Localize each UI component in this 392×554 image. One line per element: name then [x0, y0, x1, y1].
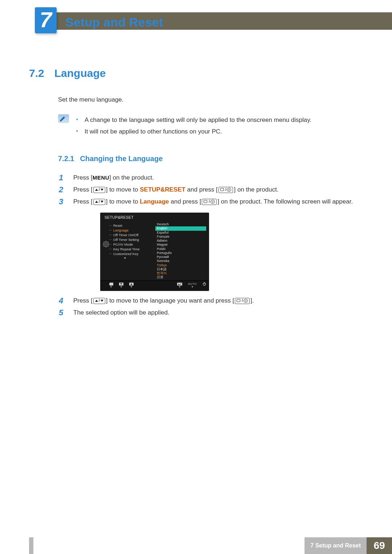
- up-down-icon: /: [93, 298, 105, 304]
- text: Press [: [73, 186, 93, 193]
- steps-list: 1 Press [MENU] on the product. 2 Press […: [59, 172, 363, 319]
- note-block: A change to the language setting will on…: [58, 114, 363, 138]
- section-title: Language: [54, 67, 106, 79]
- svg-line-11: [108, 246, 109, 247]
- osd-language-list: Deutsch English Español Français Italian…: [155, 222, 206, 280]
- osd-language-item: Türkçe: [155, 263, 206, 267]
- osd-language-item: Magyar: [155, 243, 206, 247]
- power-icon: [203, 282, 206, 289]
- keyword-language: Language: [140, 198, 169, 205]
- osd-language-column: Deutsch English Español Français Italian…: [151, 222, 209, 280]
- footer-accent: [29, 537, 33, 554]
- text: ] to move to the language you want and p…: [106, 297, 234, 304]
- subsection-number: 7.2.1: [58, 155, 74, 163]
- osd-menu-item: PC/AV Mode:: [113, 242, 150, 247]
- osd-language-item: 한국어: [155, 271, 206, 275]
- osd-language-item: Deutsch: [155, 222, 206, 226]
- up-down-icon: /: [93, 199, 105, 205]
- step-number: 1: [59, 172, 65, 184]
- osd-menu-item: Off Timer Setting: [113, 237, 150, 242]
- page-content: 7.2 Language Set the menu language. A ch…: [29, 67, 363, 319]
- down-nav-icon: ▾: [119, 283, 123, 288]
- osd-menu-item: Off Timer On/Off:: [113, 233, 150, 237]
- up-down-icon: /: [93, 187, 105, 193]
- step-number: 5: [59, 307, 65, 319]
- note-icon: [58, 114, 69, 123]
- osd-language-item: Русский: [155, 255, 206, 259]
- svg-line-12: [103, 246, 104, 247]
- svg-line-10: [103, 242, 104, 242]
- step-3: 3 Press [/] to move to Language and pres…: [59, 196, 363, 208]
- source-enter-icon: /: [235, 298, 250, 304]
- chapter-title: Setup and Reset: [65, 15, 163, 29]
- text: and press [: [169, 198, 201, 205]
- svg-rect-0: [220, 188, 224, 191]
- step-text: Press [/] to move to SETUP&RESET and pre…: [73, 184, 363, 196]
- step-5: 5 The selected option will be applied.: [59, 307, 363, 319]
- source-enter-icon: /: [202, 199, 217, 205]
- section-intro: Set the menu language.: [58, 96, 363, 103]
- step-text: Press [/] to move to the language you wa…: [73, 295, 363, 307]
- keyword-setup-reset: SETUP&RESET: [140, 186, 185, 193]
- step-text: The selected option will be applied.: [73, 307, 363, 319]
- osd-bottom-bar: ▾ ▾ ▾ ▾ AUTO▾: [100, 280, 209, 290]
- svg-line-13: [108, 242, 109, 242]
- section-heading: 7.2 Language: [29, 67, 363, 79]
- back-icon: ▾: [109, 283, 113, 288]
- step-number: 3: [59, 196, 65, 208]
- step-text: Press [/] to move to Language and press …: [73, 196, 363, 208]
- osd-language-item: Polski: [155, 247, 206, 251]
- footer-section-label: 7 Setup and Reset: [305, 537, 367, 554]
- osd-language-item: 汉语: [155, 275, 206, 279]
- step-number: 2: [59, 184, 65, 196]
- svg-rect-1: [227, 188, 231, 192]
- menu-button-label: MENU: [93, 172, 109, 183]
- gear-icon: [102, 241, 110, 248]
- step-2: 2 Press [/] to move to SETUP&RESET and p…: [59, 184, 363, 196]
- text: Press [: [73, 174, 93, 181]
- chapter-badge: 7: [35, 7, 57, 33]
- osd-title: SETUP&RESET: [100, 213, 209, 222]
- osd-language-item: 日本語: [155, 267, 206, 271]
- svg-point-5: [105, 243, 107, 245]
- osd-menu-list: Reset Language: Off Timer On/Off: Off Ti…: [113, 223, 150, 256]
- osd-menu-item: Customized Key:: [113, 251, 150, 256]
- step-1: 1 Press [MENU] on the product.: [59, 172, 363, 184]
- subsection-title: Changing the Language: [80, 155, 163, 163]
- step-4: 4 Press [/] to move to the language you …: [59, 295, 363, 307]
- text: and press [: [185, 186, 218, 193]
- chevron-down-icon: ▾: [124, 256, 150, 260]
- note-item: It will not be applied to other function…: [76, 126, 311, 138]
- osd-screenshot: SETUP&RESET Reset Language: Off Timer On…: [100, 213, 363, 291]
- step-text: Press [MENU] on the product.: [73, 172, 363, 184]
- subsection-heading: 7.2.1 Changing the Language: [58, 155, 363, 163]
- osd-panel: SETUP&RESET Reset Language: Off Timer On…: [100, 213, 209, 291]
- source-enter-icon: /: [219, 187, 233, 193]
- osd-menu-column: Reset Language: Off Timer On/Off: Off Ti…: [100, 222, 151, 280]
- osd-menu-item-selected: Language:: [113, 228, 150, 233]
- text: ].: [250, 297, 254, 304]
- osd-language-item: Português: [155, 251, 206, 255]
- step-number: 4: [59, 295, 65, 307]
- text: ] on the product.: [234, 186, 278, 193]
- note-list: A change to the language setting will on…: [76, 114, 311, 138]
- osd-language-item: Svenska: [155, 259, 206, 263]
- text: ] on the product.: [109, 174, 154, 181]
- osd-language-item-highlighted: English: [155, 226, 206, 230]
- footer-page-number: 69: [367, 537, 392, 554]
- note-item: A change to the language setting will on…: [76, 114, 311, 126]
- osd-language-item: Italiano: [155, 239, 206, 243]
- svg-rect-2: [204, 200, 207, 203]
- auto-label: AUTO▾: [188, 283, 197, 288]
- up-nav-icon: ▾: [129, 283, 134, 288]
- text: Press [: [73, 297, 93, 304]
- osd-language-item: Français: [155, 235, 206, 239]
- osd-language-item: Español: [155, 231, 206, 235]
- svg-rect-25: [244, 299, 248, 303]
- svg-rect-24: [237, 299, 240, 302]
- text: ] to move to: [106, 198, 140, 205]
- osd-menu-item: Key Repeat Time:: [113, 247, 150, 251]
- text: ] to move to: [106, 186, 140, 193]
- enter-icon: ▾: [177, 283, 182, 288]
- text: Press [: [73, 198, 93, 205]
